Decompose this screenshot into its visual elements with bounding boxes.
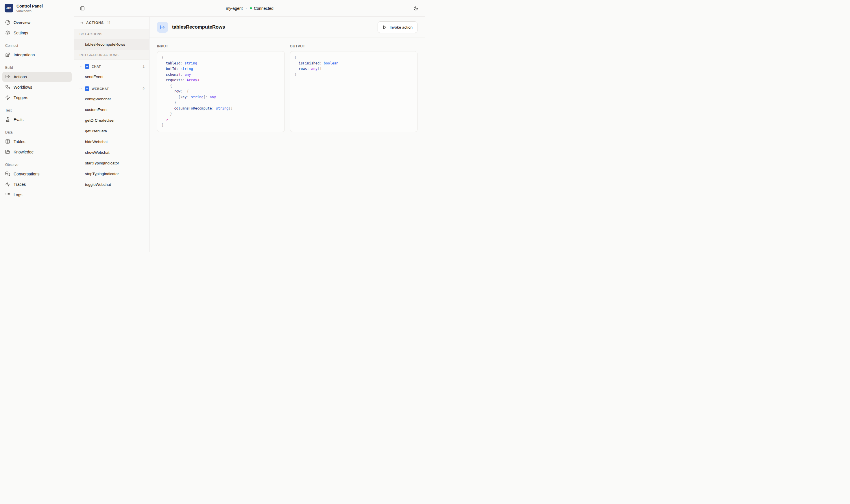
output-label: OUTPUT — [290, 44, 418, 48]
topbar: my-agent · Connected — [74, 0, 425, 17]
invoke-action-button[interactable]: Invoke action — [377, 21, 418, 33]
sidebar-item-label: Traces — [14, 182, 26, 187]
app-root: ADK Control Panel vunknown OverviewSetti… — [0, 0, 425, 252]
logs-icon — [5, 192, 10, 197]
sidebar-nav: OverviewSettingsConnectIntegrationsBuild… — [0, 17, 74, 201]
connected-status-dot — [250, 7, 252, 9]
invoke-action-label: Invoke action — [389, 25, 412, 30]
group-count: 9 — [143, 87, 145, 91]
sidebar-item-label: Actions — [14, 75, 27, 79]
content-row: ACTIONS 11 BOT ACTIONStablesRecomputeRow… — [74, 17, 425, 252]
action-item-showwebchat[interactable]: showWebchat — [74, 147, 149, 158]
sidebar-item-workflows[interactable]: Workflows — [2, 83, 72, 92]
app-title: Control Panel — [17, 4, 43, 9]
folder-icon — [5, 149, 10, 154]
actions-count: 11 — [107, 21, 110, 25]
action-item-customevent[interactable]: customEvent — [74, 104, 149, 115]
action-item-tablesrecomputerows[interactable]: tablesRecomputeRows — [74, 39, 149, 50]
sidebar-item-label: Settings — [14, 31, 28, 35]
sidebar-item-settings[interactable]: Settings — [2, 28, 72, 38]
actions-panel-header: ACTIONS 11 — [74, 17, 149, 29]
sidebar-item-label: Integrations — [14, 53, 35, 57]
action-item-getorcreateuser[interactable]: getOrCreateUser — [74, 115, 149, 126]
chat-integration-icon — [85, 64, 89, 69]
sidebar-item-integrations[interactable]: Integrations — [2, 50, 72, 60]
theme-toggle-button[interactable] — [412, 4, 420, 13]
action-icon-tile — [157, 22, 168, 33]
agent-name: my-agent — [226, 6, 243, 11]
compass-icon — [5, 20, 10, 25]
webchat-integration-icon — [85, 86, 89, 91]
input-column: INPUT { tableId: string botId: string sc… — [157, 44, 285, 132]
sidebar-section-label: Connect — [2, 43, 72, 48]
sidebar-item-knowledge[interactable]: Knowledge — [2, 147, 72, 157]
sidebar-item-label: Conversations — [14, 172, 40, 176]
agent-status: my-agent · Connected — [226, 6, 273, 11]
action-item-sendevent[interactable]: sendEvent — [74, 71, 149, 82]
sidebar-item-overview[interactable]: Overview — [2, 18, 72, 28]
sidebar-item-triggers[interactable]: Triggers — [2, 93, 72, 103]
sidebar: ADK Control Panel vunknown OverviewSetti… — [0, 0, 74, 252]
actions-icon — [79, 21, 84, 25]
sidebar-item-traces[interactable]: Traces — [2, 179, 72, 189]
actions-section-label: INTEGRATION ACTIONS — [74, 50, 149, 60]
flask-icon — [5, 117, 10, 122]
action-group-webchat[interactable]: WEBCHAT9 — [74, 84, 149, 94]
adk-logo-text: ADK — [6, 7, 12, 10]
arrow-right-from-line-icon — [160, 24, 165, 30]
adk-logo: ADK — [5, 4, 13, 13]
output-schema-code: { isFinished: boolean rows: any[]} — [290, 51, 418, 132]
action-item-hidewebchat[interactable]: hideWebchat — [74, 137, 149, 147]
sidebar-item-evals[interactable]: Evals — [2, 115, 72, 125]
action-item-getuserdata[interactable]: getUserData — [74, 126, 149, 137]
sidebar-section-label: Test — [2, 108, 72, 112]
blocks-icon — [5, 52, 10, 57]
action-item-togglewebchat[interactable]: toggleWebchat — [74, 179, 149, 190]
action-detail-header: tablesRecomputeRows Invoke action — [149, 17, 425, 38]
table-icon — [5, 139, 10, 144]
zap-icon — [5, 95, 10, 100]
main-content: tablesRecomputeRows Invoke action INPUT … — [149, 17, 425, 252]
chevron-down-icon — [79, 65, 83, 68]
action-group-chat[interactable]: CHAT1 — [74, 61, 149, 71]
play-icon — [383, 25, 387, 30]
sidebar-item-label: Knowledge — [14, 150, 34, 154]
actions-list: BOT ACTIONStablesRecomputeRowsINTEGRATIO… — [74, 29, 149, 190]
action-title: tablesRecomputeRows — [172, 24, 225, 30]
group-count: 1 — [143, 65, 145, 69]
moon-icon — [413, 6, 418, 11]
sidebar-header: ADK Control Panel vunknown — [0, 0, 74, 17]
actions-panel-title: ACTIONS — [86, 21, 104, 25]
sidebar-section-label: Data — [2, 130, 72, 134]
chat-icon — [5, 172, 10, 176]
sidebar-item-actions[interactable]: Actions — [2, 72, 72, 82]
panel-left-icon — [80, 6, 85, 11]
action-item-stoptypingindicator[interactable]: stopTypingIndicator — [74, 168, 149, 179]
sidebar-section-label: Build — [2, 66, 72, 70]
sidebar-item-label: Logs — [14, 193, 22, 197]
right-area: my-agent · Connected ACTIONS 11 BOT ACTI… — [74, 0, 425, 252]
group-name: CHAT — [92, 65, 101, 68]
input-label: INPUT — [157, 44, 285, 48]
activity-icon — [5, 182, 10, 187]
sidebar-item-logs[interactable]: Logs — [2, 190, 72, 200]
input-schema-code: { tableId: string botId: string schema?:… — [157, 51, 285, 132]
actions-section-label: BOT ACTIONS — [74, 29, 149, 39]
connection-status: Connected — [254, 6, 273, 11]
arrow-right-from-line-icon — [5, 74, 10, 79]
sidebar-item-conversations[interactable]: Conversations — [2, 169, 72, 179]
action-item-configwebchat[interactable]: configWebchat — [74, 94, 149, 104]
workflow-icon — [5, 85, 10, 90]
panel-toggle-button[interactable] — [78, 4, 86, 13]
actions-panel: ACTIONS 11 BOT ACTIONStablesRecomputeRow… — [74, 17, 149, 252]
sidebar-item-label: Evals — [14, 117, 23, 122]
sidebar-item-tables[interactable]: Tables — [2, 137, 72, 146]
group-name: WEBCHAT — [92, 87, 109, 90]
action-item-starttypingindicator[interactable]: startTypingIndicator — [74, 158, 149, 168]
output-column: OUTPUT { isFinished: boolean rows: any[]… — [290, 44, 418, 132]
gear-icon — [5, 30, 10, 35]
sidebar-item-label: Overview — [14, 20, 30, 25]
schema-grid: INPUT { tableId: string botId: string sc… — [149, 38, 425, 139]
chevron-down-icon — [79, 87, 83, 90]
sidebar-section-label: Observe — [2, 163, 72, 167]
